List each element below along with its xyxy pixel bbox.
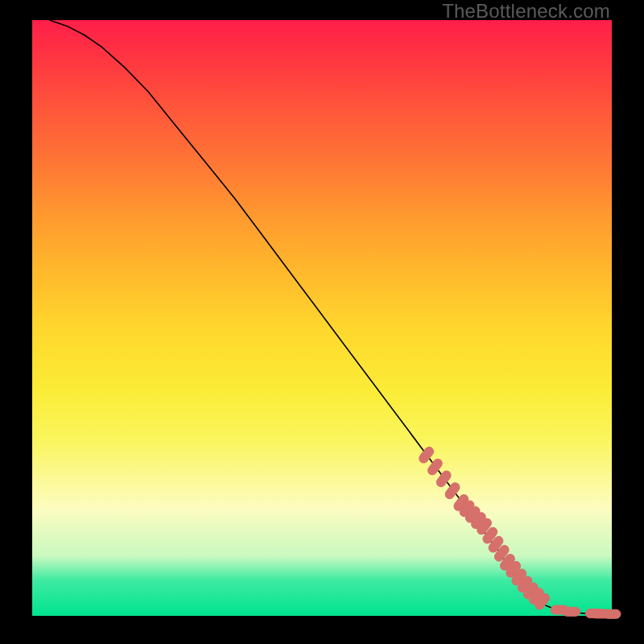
markers-group [417, 445, 621, 618]
watermark-text: TheBottleneck.com [442, 0, 610, 23]
data-marker [603, 609, 621, 618]
curve-line [50, 20, 612, 614]
chart-plot [32, 20, 612, 616]
data-marker [563, 607, 580, 616]
